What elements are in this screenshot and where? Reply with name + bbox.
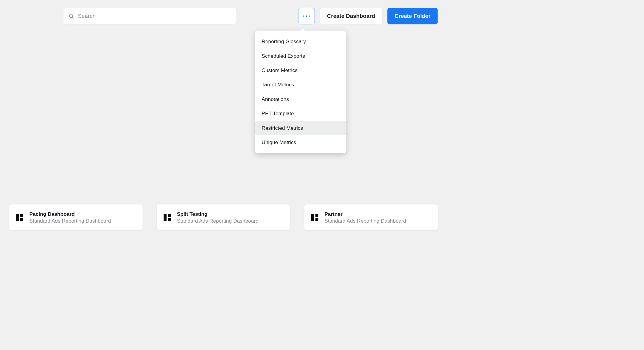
dashboard-card-title: Partner xyxy=(324,211,406,218)
dashboard-icon xyxy=(311,214,318,221)
dashboard-card-text: Split TestingStandard Ads Reporting Dash… xyxy=(177,211,259,224)
more-menu-item[interactable]: Unique Metrics xyxy=(255,135,346,149)
dashboard-card-text: PartnerStandard Ads Reporting Dashboard xyxy=(324,211,406,224)
create-dashboard-button[interactable]: Create Dashboard xyxy=(320,8,382,24)
top-toolbar: Create Dashboard Create Folder xyxy=(0,0,447,24)
more-icon xyxy=(303,15,310,17)
search-icon xyxy=(69,13,74,19)
svg-line-1 xyxy=(72,17,74,18)
more-menu-item[interactable]: PPT Template xyxy=(255,106,346,121)
create-folder-button[interactable]: Create Folder xyxy=(387,8,438,24)
more-options-menu: Reporting GlossaryScheduled ExportsCusto… xyxy=(255,31,346,153)
dashboard-card-text: Pacing DashboardStandard Ads Reporting D… xyxy=(29,211,111,224)
more-menu-item[interactable]: Custom Metrics xyxy=(255,63,346,77)
dashboard-card-subtitle: Standard Ads Reporting Dashboard xyxy=(177,217,259,224)
search-input[interactable] xyxy=(78,13,231,19)
dashboard-icon xyxy=(16,214,23,221)
more-menu-item[interactable]: Annotations xyxy=(255,92,346,106)
more-options-button[interactable] xyxy=(298,8,315,24)
dashboard-card-subtitle: Standard Ads Reporting Dashboard xyxy=(324,217,406,224)
search-field-wrap[interactable] xyxy=(63,8,236,24)
dashboard-card[interactable]: Split TestingStandard Ads Reporting Dash… xyxy=(157,204,290,230)
more-menu-item[interactable]: Scheduled Exports xyxy=(255,49,346,63)
dashboard-card[interactable]: PartnerStandard Ads Reporting Dashboard xyxy=(304,204,438,230)
more-menu-item[interactable]: Reporting Glossary xyxy=(255,34,346,49)
more-menu-item[interactable]: Restricted Metrics xyxy=(255,121,346,135)
dashboard-card-title: Split Testing xyxy=(177,211,259,218)
dashboard-card[interactable]: Pacing DashboardStandard Ads Reporting D… xyxy=(9,204,143,230)
more-menu-item[interactable]: Target Metrics xyxy=(255,77,346,92)
dashboard-icon xyxy=(164,214,171,221)
dashboard-card-subtitle: Standard Ads Reporting Dashboard xyxy=(29,217,111,224)
dashboard-card-title: Pacing Dashboard xyxy=(29,211,111,218)
dashboard-cards-row: Pacing DashboardStandard Ads Reporting D… xyxy=(9,204,438,230)
